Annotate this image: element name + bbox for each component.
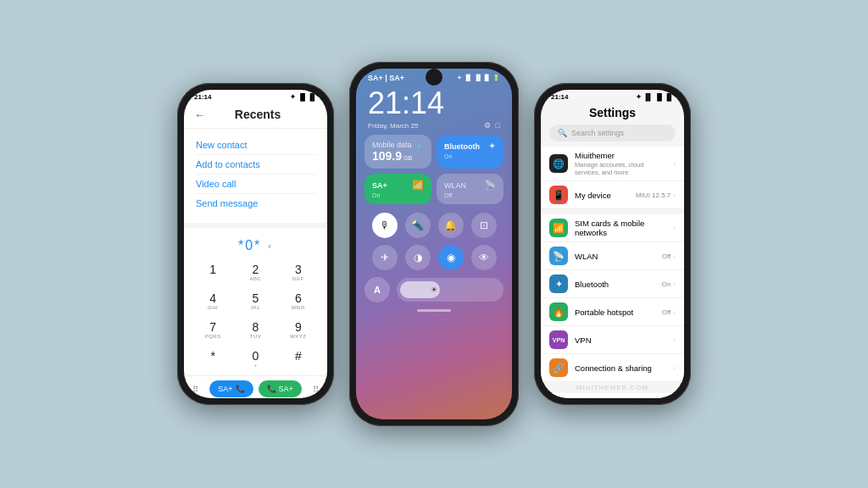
p3-item-wlan[interactable]: 📡 WLAN Off › — [541, 242, 684, 270]
p3-status-wlan: Off — [662, 252, 671, 260]
p3-icon-miuithemer: 🌐 — [549, 154, 568, 173]
p1-status-time: 21:14 — [194, 93, 211, 101]
p2-tile-wlan-top: WLAN 📡 — [444, 180, 496, 191]
p3-chevron-hotspot: › — [673, 308, 676, 316]
p1-menu-send-message[interactable]: Send message — [196, 194, 315, 213]
phone-3: 21:14 ✦ ▐▌ ▐▌▐▌ Settings 🔍 Search settin… — [534, 83, 691, 405]
p2-tile-wlan[interactable]: WLAN 📡 Off — [437, 174, 504, 204]
p2-wifi-icon: 📡 — [484, 180, 496, 191]
p2-bell-btn[interactable]: 🔔 — [438, 213, 464, 238]
p3-content-mydevice: My device — [575, 191, 629, 200]
p2-airplane-btn[interactable]: ✈ — [372, 245, 398, 270]
p1-key-1[interactable]: 1 — [192, 258, 233, 286]
p3-settings: 21:14 ✦ ▐▌ ▐▌▐▌ Settings 🔍 Search settin… — [541, 90, 684, 398]
p1-key-9[interactable]: 9WXYZ — [278, 316, 319, 343]
p1-key-7[interactable]: 7PQRS — [192, 316, 233, 343]
p2-brightness-slider[interactable]: ☀ — [397, 278, 504, 302]
p1-key-5[interactable]: 5JKL — [235, 287, 275, 314]
p1-call-btn-2[interactable]: 📞 SA+ — [259, 380, 302, 397]
p1-back-button[interactable]: ← — [194, 108, 205, 121]
p1-status-icons: ✦ ▐▌▐▌ — [290, 93, 317, 101]
p1-menu-new-contact[interactable]: New contact — [196, 136, 315, 155]
p1-dialer: *0* ‹ 1 2ABC 3DEF 4GHI 5JKL 6MNO 7PQRS 8… — [184, 231, 327, 375]
p3-content-bluetooth: Bluetooth — [575, 280, 655, 289]
p3-icon-vpn: VPN — [549, 330, 568, 349]
p2-tile-wlan-sub: Off — [444, 192, 496, 198]
p3-item-bluetooth[interactable]: ✦ Bluetooth On › — [541, 270, 684, 298]
p1-call-btn-1-label: SA+ — [218, 385, 232, 393]
p2-home-bar[interactable] — [417, 309, 451, 312]
phone-1: 21:14 ✦ ▐▌▐▌ ← Recents New contact Add t… — [177, 83, 334, 405]
p1-key-8[interactable]: 8TUV — [235, 316, 275, 343]
p3-item-connection[interactable]: 🔗 Connection & sharing › — [541, 354, 684, 382]
p3-item-sim[interactable]: 📶 SIM cards & mobile networks › — [541, 214, 684, 242]
phone-1-screen: 21:14 ✦ ▐▌▐▌ ← Recents New contact Add t… — [184, 90, 327, 398]
p2-tile-bluetooth[interactable]: Bluetooth ✦ On — [437, 135, 504, 169]
p3-item-mydevice[interactable]: 📱 My device MIUI 12.5.7 › — [541, 181, 684, 209]
p3-title-mydevice: My device — [575, 191, 629, 200]
phone-2-screen: SA+ | SA+ ✦ ▐▌ ▐▌▐▌ 🔋 21:14 Friday, Marc… — [356, 69, 512, 419]
p3-item-wallpaper[interactable]: 🖼 Wallpaper & personalization › — [541, 393, 684, 398]
p2-icons-row1: 🎙 🔦 🔔 ⊡ — [356, 209, 512, 241]
p1-call-icon-2: 📞 — [267, 385, 276, 393]
p2-contrast-btn[interactable]: ◑ — [405, 245, 431, 270]
p3-item-hotspot[interactable]: 🔥 Portable hotspot Off › — [541, 298, 684, 326]
p3-item-vpn[interactable]: VPN VPN › — [541, 326, 684, 354]
p1-key-0[interactable]: 0+ — [235, 345, 275, 372]
p3-title-connection: Connection & sharing — [575, 363, 666, 373]
p3-watermark: MIUITHEMER.COM — [541, 382, 684, 393]
p3-right-wlan: Off › — [662, 252, 676, 260]
p1-call-btn-1[interactable]: SA+ 📞 — [209, 380, 253, 397]
p2-location-btn[interactable]: ◉ — [438, 245, 464, 270]
p2-tile-bt-top: Bluetooth ✦ — [444, 141, 496, 152]
p3-right-bluetooth: On › — [662, 280, 676, 288]
p2-notch — [426, 69, 442, 86]
p3-settings-list: 🌐 Miuithemer Manage accounts, cloud serv… — [541, 147, 684, 398]
p2-settings-icon[interactable]: ⚙ — [484, 121, 491, 130]
p1-menu-video-call[interactable]: Video call — [196, 175, 315, 194]
p1-backspace[interactable]: ‹ — [268, 241, 273, 251]
p3-icon-hotspot: 🔥 — [549, 302, 568, 321]
p2-brightness-fill: ☀ — [400, 281, 440, 298]
p1-key-6[interactable]: 6MNO — [278, 287, 319, 314]
p1-key-hash[interactable]: # — [278, 345, 319, 372]
p2-edit-icon[interactable]: □ — [496, 121, 500, 130]
p3-status-time: 21:14 — [551, 93, 568, 101]
p2-torch-btn[interactable]: 🔦 — [405, 213, 431, 238]
p2-tile-mobile-val: 109.9 — [372, 149, 402, 163]
p1-key-4[interactable]: 4GHI — [192, 287, 233, 314]
p1-dialer-text: *0* — [238, 238, 261, 253]
p2-water-icon: 💧 — [415, 141, 424, 149]
p2-screen-btn[interactable]: ⊡ — [471, 213, 497, 238]
p2-eye-btn[interactable]: 👁 — [471, 245, 497, 270]
p1-menu-items: New contact Add to contacts Video call S… — [184, 129, 327, 219]
p2-tile-sa[interactable]: SA+ 📶 On — [364, 174, 431, 204]
p2-tile-mobile-title: Mobile data — [372, 141, 412, 149]
p2-torch-icon: 🔦 — [411, 219, 424, 231]
p1-header: ← Recents — [184, 103, 327, 129]
p1-key-2[interactable]: 2ABC — [235, 258, 275, 286]
p3-content-sim: SIM cards & mobile networks — [575, 219, 666, 237]
p2-date-row: Friday, March 25 ⚙ □ — [356, 121, 512, 135]
p2-alpha-button[interactable]: A — [364, 277, 390, 302]
p3-title-miuithemer: Miuithemer — [575, 151, 666, 160]
p2-tile-mobile-top: Mobile data 💧 — [372, 141, 424, 149]
p1-grid-icon[interactable]: ⠿ — [192, 385, 198, 394]
p3-page-title: Settings — [541, 103, 684, 125]
p3-content-connection: Connection & sharing — [575, 363, 666, 373]
p3-item-miuithemer[interactable]: 🌐 Miuithemer Manage accounts, cloud serv… — [541, 147, 684, 181]
p3-content-miuithemer: Miuithemer Manage accounts, cloud servic… — [575, 151, 666, 176]
p2-contrast-icon: ◑ — [414, 252, 422, 263]
p1-key-star[interactable]: * — [192, 345, 233, 372]
p1-apps-icon[interactable]: ⠿ — [313, 385, 319, 394]
p2-tile-mobile-val-row: 109.9 GB — [372, 149, 424, 163]
p2-tile-mobile[interactable]: Mobile data 💧 109.9 GB — [364, 135, 431, 169]
p1-key-3[interactable]: 3DEF — [278, 258, 319, 286]
p2-tile-bt-sub: On — [444, 153, 496, 159]
p1-menu-add-contacts[interactable]: Add to contacts — [196, 155, 315, 175]
p3-icon-wlan: 📡 — [549, 247, 568, 265]
p3-search-bar[interactable]: 🔍 Search settings — [549, 125, 676, 141]
p1-keypad: 1 2ABC 3DEF 4GHI 5JKL 6MNO 7PQRS 8TUV 9W… — [192, 258, 319, 372]
p2-mic-btn[interactable]: 🎙 — [372, 213, 398, 238]
p3-chevron-mydevice: › — [673, 191, 676, 199]
